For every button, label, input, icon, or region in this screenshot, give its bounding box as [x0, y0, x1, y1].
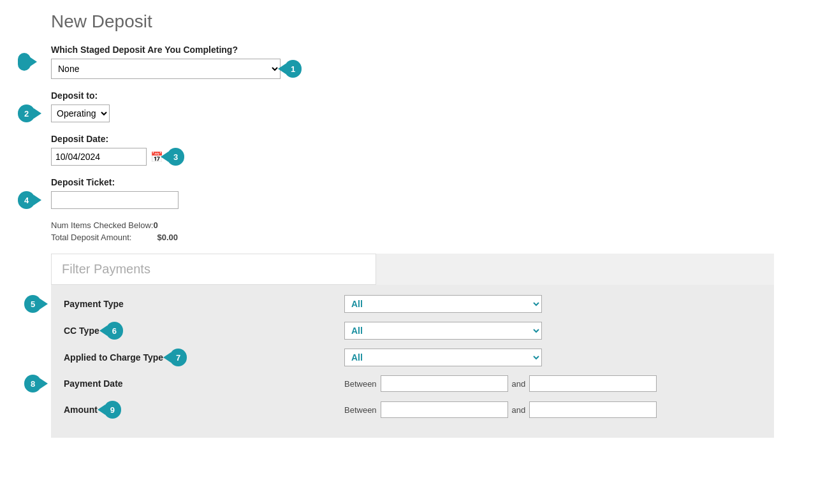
cc-type-select[interactable]: All — [344, 322, 542, 340]
filter-payments-header: Filter Payments — [51, 254, 376, 285]
applied-charge-type-label: Applied to Charge Type 7 — [64, 349, 344, 366]
amount-to-input[interactable] — [529, 401, 657, 418]
staged-deposit-select[interactable]: None — [51, 59, 281, 79]
payment-date-between-label: Between — [344, 379, 377, 389]
deposit-date-input[interactable] — [51, 148, 147, 166]
payment-date-and-label: and — [512, 379, 526, 389]
badge-9: 9 — [104, 401, 121, 419]
amount-from-input[interactable] — [381, 401, 508, 418]
applied-charge-type-row: Applied to Charge Type 7 All — [64, 349, 761, 366]
payment-type-label: Payment Type — [64, 299, 344, 309]
badge-6: 6 — [106, 322, 123, 340]
amount-label: Amount 9 — [64, 401, 344, 419]
deposit-date-label: Deposit Date: — [51, 134, 774, 144]
amount-row: Amount 9 Between and — [64, 401, 761, 419]
payment-type-row: 5 Payment Type All — [64, 295, 761, 313]
num-items-row: Num Items Checked Below:0 — [51, 220, 774, 230]
badge-3: 3 — [167, 148, 184, 166]
deposit-ticket-input[interactable] — [51, 191, 179, 209]
badge-1: 1 — [284, 60, 302, 78]
total-amount-row: Total Deposit Amount:$0.00 — [51, 233, 774, 242]
payment-date-row: 8 Payment Date Between and — [64, 375, 761, 392]
amount-between-label: Between — [344, 405, 377, 415]
badge-5: 5 — [24, 295, 41, 313]
deposit-to-label: Deposit to: — [51, 90, 774, 101]
payment-type-select[interactable]: All — [344, 295, 542, 313]
payment-date-from-input[interactable] — [381, 375, 508, 392]
cc-type-row: CC Type 6 All — [64, 322, 761, 340]
badge-7: 7 — [170, 349, 187, 366]
page-title: New Deposit — [51, 6, 774, 32]
filter-payments-section: Filter Payments 5 Payment Type All CC Ty… — [51, 254, 774, 438]
applied-charge-type-select[interactable]: All — [344, 349, 542, 366]
payment-date-to-input[interactable] — [529, 375, 657, 392]
deposit-to-select[interactable]: Operating — [51, 104, 110, 122]
staged-deposit-label: Which Staged Deposit Are You Completing? — [51, 45, 774, 55]
badge-8: 8 — [24, 375, 41, 392]
deposit-ticket-label: Deposit Ticket: — [51, 177, 774, 187]
payment-date-label: Payment Date — [64, 378, 344, 389]
badge-2: 2 — [18, 104, 35, 122]
badge-4: 4 — [18, 191, 35, 209]
cc-type-label: CC Type 6 — [64, 322, 344, 340]
amount-and-label: and — [512, 405, 526, 415]
